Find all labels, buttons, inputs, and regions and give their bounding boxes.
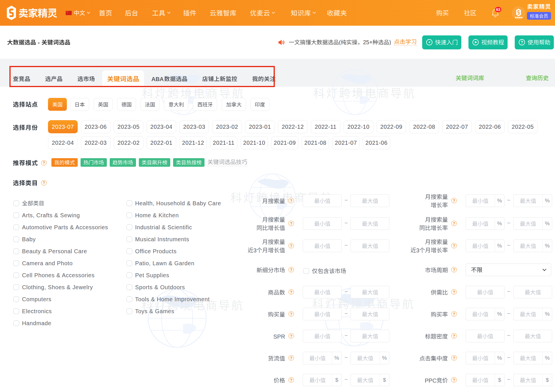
svg-text:?: ? — [520, 40, 523, 45]
svg-text:PPC: PPC — [425, 377, 436, 383]
svg-text:SPR: SPR — [273, 333, 285, 339]
svg-text:): ) — [389, 39, 391, 45]
svg-text:25+: 25+ — [363, 39, 372, 45]
svg-text:3: 3 — [416, 247, 419, 253]
svg-text:ABA: ABA — [151, 76, 164, 82]
svg-text:(: ( — [339, 39, 341, 45]
svg-text:-: - — [38, 39, 40, 45]
svg-text:3: 3 — [253, 247, 257, 253]
